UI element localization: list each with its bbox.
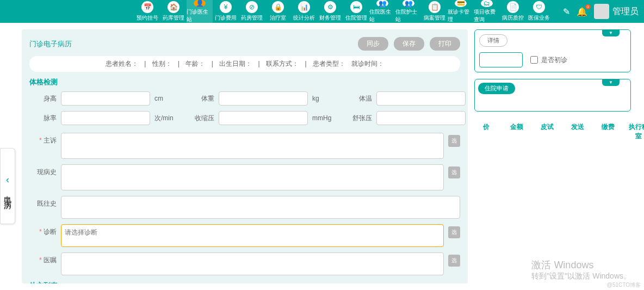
column-header: 发送 [568, 122, 587, 141]
nav-icon: 🔒 [272, 1, 284, 13]
vital-unit: kg [312, 95, 334, 102]
nav-item[interactable]: ¥门诊费用 [213, 0, 239, 23]
nav-icon: 📄 [507, 1, 519, 13]
vital-input[interactable] [376, 111, 466, 125]
nav-item[interactable]: 🏠药库管理 [160, 0, 187, 23]
column-header: 执行科室 [629, 122, 644, 141]
side-tab-label: 电子病历 [3, 190, 13, 199]
select-button[interactable]: 选 [448, 255, 460, 267]
vital-unit: cm [154, 95, 176, 102]
nav-icon: 👤 [194, 0, 206, 7]
side-tab-emr[interactable]: ‹ 电子病历 [0, 148, 15, 224]
vital-input[interactable] [219, 111, 308, 125]
user-role: 管理员 [612, 6, 639, 17]
column-header: 缴费 [598, 122, 618, 141]
past-history-label: 既往史 [29, 196, 57, 208]
column-header: 皮试 [537, 122, 557, 141]
save-button[interactable]: 保存 [394, 37, 424, 51]
nav-item[interactable]: 🗂项目收费查询 [474, 0, 500, 23]
nav-item[interactable]: 👥住院护士站 [395, 0, 422, 23]
top-nav: 📅预约挂号🏠药库管理👤门诊医生站¥门诊费用⊘药房管理🔒治疗室📊统计分析⚙财务管理… [0, 0, 644, 23]
column-header: 价 [476, 122, 496, 141]
nav-item[interactable]: 👥住院医生站 [369, 0, 395, 23]
detail-input[interactable] [479, 52, 523, 67]
nav-icon: 👥 [376, 0, 388, 7]
column-header: 金额 [507, 122, 527, 141]
vital-input[interactable] [219, 91, 308, 106]
vital-input[interactable] [61, 111, 150, 125]
nav-icon: 🏠 [168, 1, 179, 13]
detail-button[interactable]: 详情 [479, 34, 507, 47]
orders-label: 医嘱 [29, 252, 57, 265]
vital-unit: 次/min [154, 114, 176, 123]
vital-label: 体温 [345, 94, 372, 103]
select-button[interactable]: 选 [448, 166, 460, 178]
nav-item[interactable]: ⊘药房管理 [239, 0, 265, 23]
nav-item[interactable]: 📅预约挂号 [134, 0, 160, 23]
chief-complaint-input[interactable] [61, 133, 444, 159]
orders-input[interactable] [61, 252, 444, 275]
vital-label: 舒张压 [345, 114, 372, 123]
nav-icon: 🛏 [350, 1, 362, 13]
hpi-label: 现病史 [29, 164, 57, 177]
nav-icon: ⊘ [246, 1, 258, 13]
vital-input[interactable] [376, 91, 466, 106]
admission-card: 住院申请 [474, 79, 631, 112]
vital-label: 收缩压 [187, 114, 214, 123]
notification-badge: 0 [585, 4, 591, 9]
select-button[interactable]: 选 [448, 135, 460, 147]
edit-icon[interactable]: ✎ [563, 7, 570, 17]
card-collapse-tab[interactable] [602, 79, 620, 86]
nav-item[interactable]: 💳就诊卡管理 [448, 0, 474, 23]
vitals-title: 体格检测 [29, 77, 460, 87]
print-button[interactable]: 打印 [430, 37, 460, 51]
emr-panel: 门诊电子病历 同步 保存 打印 患者姓名： | 性别： | 年龄： | 出生日期… [22, 29, 468, 283]
right-table-headers: 价金额皮试发送缴费执行科室 [474, 118, 631, 145]
nav-icon: 🛡 [533, 1, 545, 13]
nav-icon: ⚙ [324, 1, 336, 13]
card-collapse-tab[interactable] [602, 29, 620, 36]
nav-icon: 📋 [429, 1, 441, 13]
user-menu[interactable]: 管理员 [594, 4, 639, 19]
nav-icon: 👥 [403, 0, 414, 7]
source-watermark: @51CTO博客 [607, 281, 641, 289]
avatar [594, 4, 609, 19]
nav-item[interactable]: ⚙财务管理 [317, 0, 343, 23]
patient-info-bar: 患者姓名： | 性别： | 年龄： | 出生日期： | 联系方式： | 患者类型… [29, 56, 460, 72]
first-visit-checkbox[interactable]: 是否初诊 [530, 55, 567, 65]
sync-button[interactable]: 同步 [358, 37, 388, 51]
select-button[interactable]: 选 [448, 226, 460, 238]
nav-item[interactable]: 🛡医保业务 [526, 0, 552, 23]
patient-detail-card: 详情 是否初诊 [474, 29, 631, 72]
diagnosis-label: 诊断 [29, 224, 57, 237]
nav-item[interactable]: 🛏住院管理 [343, 0, 369, 23]
nav-item[interactable]: 📋病案管理 [422, 0, 448, 23]
right-panel: 详情 是否初诊 住院申请 价金额皮试发送缴费执行科室 [474, 23, 637, 290]
nav-item[interactable]: 🔒治疗室 [265, 0, 291, 23]
vital-input[interactable] [61, 91, 150, 106]
nav-item[interactable]: 📄病历质控 [500, 0, 526, 23]
nav-icon: 🗂 [481, 0, 493, 7]
nav-icon: 📊 [298, 1, 310, 13]
diagnosis-input[interactable] [61, 224, 444, 247]
vital-unit: mmHg [312, 114, 334, 122]
admission-button[interactable]: 住院申请 [478, 83, 515, 94]
chief-complaint-label: 主诉 [29, 133, 57, 145]
nav-icon: 💳 [455, 0, 467, 7]
past-history-input[interactable] [61, 196, 460, 219]
nav-item[interactable]: 📊统计分析 [291, 0, 317, 23]
nav-icon: ¥ [220, 1, 232, 13]
nav-item[interactable]: 👤门诊医生站 [187, 0, 213, 23]
hpi-input[interactable] [61, 164, 444, 190]
vital-label: 脉率 [29, 114, 57, 123]
vital-label: 体重 [187, 94, 214, 103]
panel-title: 门诊电子病历 [29, 39, 72, 49]
vital-label: 身高 [29, 94, 57, 103]
nav-icon: 📅 [141, 1, 153, 13]
bell-icon[interactable]: 🔔0 [577, 7, 587, 17]
rx-title: 处方列表 [29, 281, 460, 283]
chevron-left-icon: ‹ [6, 174, 9, 186]
